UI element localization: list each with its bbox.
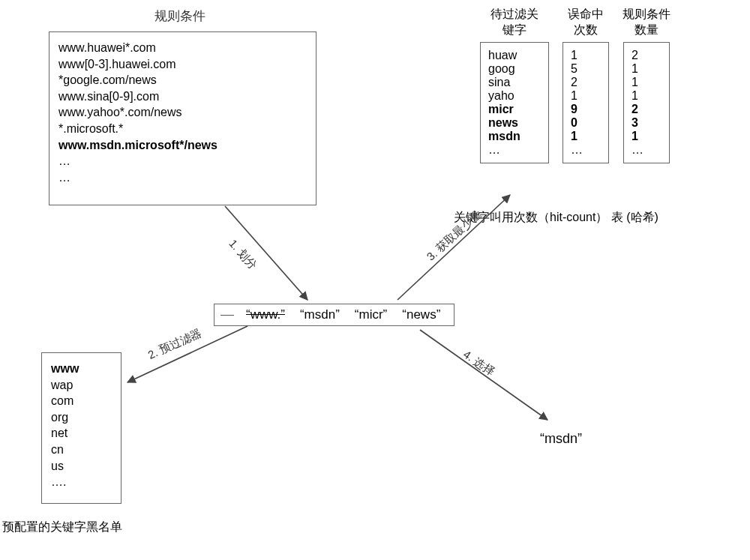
rule-line: www.huawei*.com	[58, 40, 307, 56]
blacklist-caption: 预配置的关键字黑名单	[2, 520, 122, 535]
table-cell: 1	[632, 62, 662, 76]
table-cell: 1	[571, 89, 601, 103]
table-cell: goog	[488, 62, 541, 76]
rule-line: …	[58, 153, 307, 169]
col-misshits: 误命中次数 1521901…	[562, 7, 609, 163]
token: “msdn”	[300, 307, 340, 322]
table-cell: 1	[632, 130, 662, 143]
token: “micr”	[355, 307, 387, 322]
blacklist-item: us	[51, 458, 112, 475]
edge-2-label: 2. 预过滤器	[146, 326, 204, 363]
edge-4-label: 4. 选择	[460, 348, 497, 379]
diagram-canvas: 规则条件 www.huawei*.comwww[0-3].huawei.com*…	[0, 0, 750, 560]
table-cell: 1	[571, 49, 601, 62]
blacklist-item: ….	[51, 474, 112, 490]
tokens-box: “www.”“msdn”“micr”“news”	[214, 304, 454, 326]
rule-line: *.microsoft.*	[58, 121, 307, 137]
blacklist-item: www	[51, 361, 112, 377]
table-cell: …	[571, 143, 601, 157]
table-cell: 9	[571, 103, 601, 116]
rules-title: 规则条件	[135, 9, 225, 24]
rule-line: www[0-3].huawei.com	[58, 56, 307, 73]
table-cell: 0	[571, 116, 601, 130]
table-cell: 1	[632, 76, 662, 89]
rule-line: …	[58, 169, 307, 186]
table-cell: …	[632, 143, 662, 157]
table-cell: yaho	[488, 89, 541, 103]
rule-line: www.yahoo*.com/news	[58, 104, 307, 121]
token: “www.”	[246, 307, 285, 322]
blacklist-item: org	[51, 409, 112, 426]
blacklist-item: cn	[51, 442, 112, 458]
table-cell: 5	[571, 62, 601, 76]
table-cell: sina	[488, 76, 541, 89]
blacklist-item: net	[51, 425, 112, 442]
table-cell: micr	[488, 103, 541, 116]
table-cell: news	[488, 116, 541, 130]
blacklist-item: com	[51, 393, 112, 409]
table-cell: …	[488, 143, 541, 157]
rules-box: www.huawei*.comwww[0-3].huawei.com*googl…	[49, 31, 316, 205]
col-keyword: 待过滤关键字 huawgoogsinayahomicrnewsmsdn…	[480, 7, 549, 163]
table-cell: 3	[632, 116, 662, 130]
token: “news”	[402, 307, 440, 322]
rule-line: www.sina[0-9].com	[58, 88, 307, 105]
table-cell: 2	[571, 76, 601, 89]
table-cell: 2	[632, 49, 662, 62]
result-keyword: “msdn”	[540, 431, 582, 447]
blacklist-box: wwwwapcomorgnetcnus….	[41, 352, 122, 504]
hitcount-table: 待过滤关键字 huawgoogsinayahomicrnewsmsdn… 误命中…	[480, 7, 670, 163]
table-cell: msdn	[488, 130, 541, 143]
edge-1-label: 1. 划分	[226, 237, 260, 272]
table-cell: 1	[571, 130, 601, 143]
table-cell: 2	[632, 103, 662, 116]
rule-line: *google.com/news	[58, 72, 307, 88]
table-cell: huaw	[488, 49, 541, 62]
table-cell: 1	[632, 89, 662, 103]
col-rulecount: 规则条件数量 2111231…	[622, 7, 670, 163]
rule-line: www.msdn.microsoft*/news	[58, 137, 307, 154]
blacklist-item: wap	[51, 377, 112, 394]
